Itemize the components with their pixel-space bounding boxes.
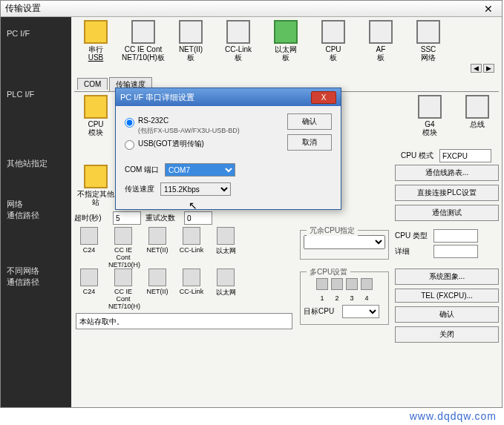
route-table-button[interactable]: 通信线路表... — [395, 165, 499, 181]
right-button-col-1: 通信线路表... 直接连接PLC设置 通信测试 — [395, 165, 499, 225]
right-col-3: 系统图象... TEL (FXCPU)... 确认 关闭 — [395, 268, 499, 346]
main-panel: 串行USB CC IE Cont NET/10(H)板 NET(II) 板 CC… — [71, 17, 502, 407]
network-path-row: C24 CC IE Cont NET/10(H) NET(II) CC-Link… — [74, 227, 499, 268]
device-icon — [80, 268, 98, 286]
device-no-other-station[interactable]: 不指定其他站 — [74, 165, 117, 206]
scroll-left-button[interactable]: ◀ — [471, 64, 482, 73]
device-c24-3[interactable]: C24 — [74, 268, 104, 310]
device-c24[interactable]: C24 — [74, 227, 104, 268]
com-port-label: COM 端口 — [125, 165, 159, 175]
cpu-slot-1[interactable] — [316, 278, 328, 290]
cpu-mode-input[interactable] — [439, 149, 491, 162]
device-icon — [226, 20, 250, 44]
sidebar-item-network-path[interactable]: 网络 通信路径 — [1, 191, 71, 228]
baud-rate-select[interactable]: 115.2Kbps — [160, 182, 231, 196]
radio-usb[interactable]: USB(GOT透明传输) — [125, 139, 280, 150]
serial-usb-icon — [84, 20, 108, 44]
scroll-arrows: ◀▶ — [74, 62, 499, 74]
device-cc-link[interactable]: CC-Link 板 — [217, 20, 260, 62]
sidebar-item-plc-if[interactable]: PLC I/F — [1, 82, 71, 106]
dialog-ok-button[interactable]: 确认 — [287, 113, 332, 130]
redundant-cpu-group: 冗余CPU指定 — [300, 230, 389, 260]
dialog-close-button[interactable]: X — [311, 91, 336, 104]
device-icon — [418, 95, 442, 119]
device-g4[interactable]: G4 模块 — [408, 95, 451, 136]
ethernet-icon — [274, 20, 298, 44]
pc-if-device-row: 串行USB CC IE Cont NET/10(H)板 NET(II) 板 CC… — [74, 20, 499, 62]
target-cpu-select[interactable] — [342, 305, 379, 318]
radio-rs232c-input[interactable] — [125, 118, 134, 128]
cpu-slot-3[interactable] — [346, 278, 358, 290]
device-bus[interactable]: 总线 — [456, 95, 499, 128]
cpu-slot-4[interactable] — [361, 278, 373, 290]
device-cpu[interactable]: CPU 板 — [312, 20, 355, 62]
direct-plc-button[interactable]: 直接连接PLC设置 — [395, 185, 499, 201]
radio-usb-input[interactable] — [125, 140, 134, 150]
sidebar-item-other-station[interactable]: 其他站指定 — [1, 151, 71, 177]
device-icon — [183, 227, 200, 245]
cpu-slot-2[interactable] — [331, 278, 343, 290]
close-icon[interactable]: ✕ — [480, 3, 497, 15]
device-ssc[interactable]: SSC 网络 — [407, 20, 450, 62]
device-icon — [416, 20, 440, 44]
com-port-select[interactable]: COM7 — [165, 163, 235, 177]
close-button[interactable]: 关闭 — [395, 326, 499, 343]
system-image-button[interactable]: 系统图象... — [395, 268, 499, 285]
device-cc-link-2[interactable]: CC-Link — [177, 227, 206, 268]
device-cc-ie[interactable]: CC IE Cont NET/10(H) — [108, 227, 138, 268]
ok-button[interactable]: 确认 — [395, 306, 499, 323]
device-icon — [80, 227, 98, 245]
radio-rs232c[interactable]: RS-232C (包括FX-USB-AW/FX3U-USB-BD) — [125, 116, 280, 136]
detail-label: 详细 — [395, 246, 431, 257]
device-cc-link-3[interactable]: CC-Link — [177, 268, 206, 310]
sidebar-item-pc-if[interactable]: PC I/F — [1, 22, 71, 45]
sidebar-item-diff-network-path[interactable]: 不同网络 通信路径 — [1, 258, 71, 295]
device-icon — [114, 268, 132, 286]
diff-network-row: C24 CC IE Cont NET/10(H) NET(II) CC-Link… — [74, 268, 499, 346]
cpu-type-input[interactable] — [433, 229, 478, 243]
redundant-cpu-select[interactable] — [304, 235, 385, 249]
watermark: www.dqdqw.com — [410, 410, 497, 422]
device-cpu-module[interactable]: CPU 模块 — [74, 95, 117, 136]
dialog-title: PC I/F 串口详细设置 — [120, 92, 311, 103]
right-col-2: CPU 类型 详细 — [395, 227, 499, 260]
multi-cpu-legend: 多CPU设置 — [307, 267, 350, 277]
device-icon — [148, 227, 166, 245]
titlebar: 传输设置 ✕ — [1, 1, 502, 17]
comm-test-button[interactable]: 通信测试 — [395, 205, 499, 221]
tel-button[interactable]: TEL (FXCPU)... — [395, 289, 499, 303]
station-icon — [84, 165, 108, 188]
dialog-titlebar: PC I/F 串口详细设置 X — [116, 88, 341, 106]
device-ethernet-2[interactable]: 以太网 — [211, 227, 240, 268]
retry-label: 重试次数 — [145, 213, 181, 223]
device-icon — [465, 95, 489, 119]
redundant-cpu-legend: 冗余CPU指定 — [307, 225, 358, 236]
device-af[interactable]: AF 板 — [359, 20, 402, 62]
device-icon — [369, 20, 393, 44]
cpu-mode-label: CPU 模式 — [401, 151, 436, 161]
serial-detail-dialog: PC I/F 串口详细设置 X RS-232C (包括FX-USB-AW/FX3… — [115, 88, 341, 210]
device-cc-ie-3[interactable]: CC IE Cont NET/10(H) — [108, 268, 138, 310]
device-icon — [179, 20, 203, 44]
detail-input[interactable] — [433, 245, 478, 258]
device-ethernet-3[interactable]: 以太网 — [211, 268, 240, 310]
cpu-module-icon — [84, 95, 108, 119]
device-icon — [183, 268, 200, 286]
device-ethernet[interactable]: 以太网 板 — [264, 20, 307, 62]
device-icon — [148, 268, 166, 286]
device-icon — [217, 268, 235, 286]
device-icon — [131, 20, 155, 44]
device-serial-usb[interactable]: 串行USB — [74, 20, 117, 62]
tab-com[interactable]: COM — [77, 78, 108, 90]
device-net-ii-3[interactable]: NET(II) — [143, 268, 172, 310]
target-cpu-label: 目标CPU — [304, 306, 339, 317]
sidebar: PC I/F PLC I/F 其他站指定 网络 通信路径 不同网络 通信路径 — [1, 17, 71, 407]
timeout-input[interactable] — [113, 211, 141, 225]
device-net-ii[interactable]: NET(II) 板 — [169, 20, 212, 62]
device-cc-ie-cont[interactable]: CC IE Cont NET/10(H)板 — [122, 20, 165, 62]
multi-cpu-group: 多CPU设置 1234 目标CPU — [300, 271, 389, 325]
retry-input[interactable] — [184, 211, 212, 225]
dialog-cancel-button[interactable]: 取消 — [287, 134, 332, 151]
scroll-right-button[interactable]: ▶ — [483, 64, 494, 73]
device-net-ii-2[interactable]: NET(II) — [143, 227, 172, 268]
